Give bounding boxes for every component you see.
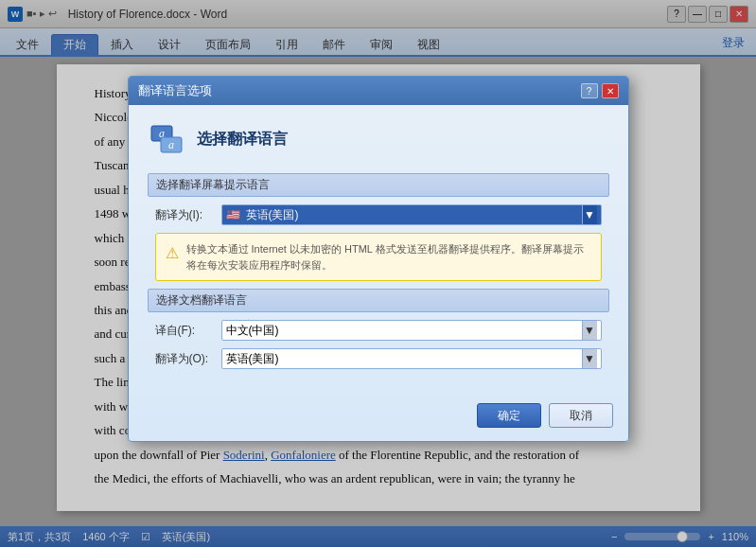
translate-to-row: 翻译为(I): 🇺🇸 英语(美国) ▼: [148, 204, 609, 225]
translate-to-select[interactable]: 🇺🇸 英语(美国) ▼: [221, 204, 602, 225]
dialog-body: a a 选择翻译语言 选择翻译屏幕提示语言 翻译为(I): 🇺🇸 英语(美国) …: [129, 105, 628, 392]
dialog-title-bar: 翻译语言选项 ? ✕: [129, 77, 628, 105]
dialog-title: 翻译语言选项: [138, 82, 212, 99]
translate-to-dropdown[interactable]: ▼: [582, 205, 597, 224]
dialog-buttons: 确定 取消: [129, 392, 628, 441]
svg-text:a: a: [168, 138, 174, 151]
dialog-main-title: 选择翻译语言: [197, 130, 288, 150]
doc-to-label: 翻译为(O):: [155, 351, 221, 367]
doc-to-value: 英语(美国): [226, 351, 582, 367]
dialog-help-button[interactable]: ?: [581, 83, 598, 98]
cancel-button[interactable]: 取消: [549, 403, 613, 428]
section2-label: 选择文档翻译语言: [148, 289, 609, 312]
translate-icon: a a: [148, 120, 185, 158]
doc-to-dropdown[interactable]: ▼: [582, 349, 597, 368]
translate-to-label: 翻译为(I):: [155, 207, 221, 223]
section1-label: 选择翻译屏幕提示语言: [148, 173, 609, 197]
from-select[interactable]: 中文(中国) ▼: [221, 320, 602, 341]
dialog-overlay: 翻译语言选项 ? ✕ a a 选择翻译语言: [0, 0, 756, 547]
confirm-button[interactable]: 确定: [477, 403, 541, 428]
dialog-close-button[interactable]: ✕: [602, 83, 619, 98]
warning-box: ⚠ 转换文本通过 Internet 以未加密的 HTML 格式发送至机器翻译提供…: [155, 233, 602, 281]
from-dropdown[interactable]: ▼: [582, 321, 597, 340]
from-label: 译自(F):: [155, 323, 221, 339]
dialog-title-controls: ? ✕: [581, 83, 619, 98]
dialog-header: a a 选择翻译语言: [148, 120, 609, 158]
translate-to-value: 英语(美国): [246, 207, 582, 223]
warning-text: 转换文本通过 Internet 以未加密的 HTML 格式发送至机器翻译提供程序…: [186, 241, 591, 273]
warning-icon: ⚠: [166, 242, 179, 265]
from-row: 译自(F): 中文(中国) ▼: [148, 320, 609, 341]
doc-to-row: 翻译为(O): 英语(美国) ▼: [148, 348, 609, 369]
translate-dialog: 翻译语言选项 ? ✕ a a 选择翻译语言: [128, 76, 629, 442]
doc-to-select[interactable]: 英语(美国) ▼: [221, 348, 602, 369]
from-value: 中文(中国): [226, 323, 582, 339]
